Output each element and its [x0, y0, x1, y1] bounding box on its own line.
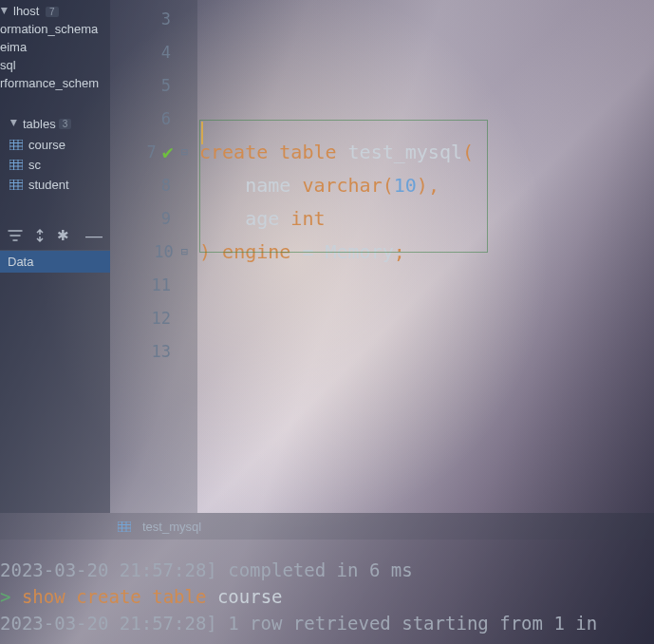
svg-rect-0 — [9, 140, 23, 150]
db-label: rformance_schem — [0, 76, 99, 90]
check-icon: ✔ — [162, 141, 174, 163]
svg-rect-5 — [9, 160, 23, 170]
editor-line — [197, 268, 654, 301]
gutter-line-active: 7✔⊟ — [110, 135, 197, 168]
editor-line — [197, 301, 654, 334]
gutter-line: 10⊟ — [110, 235, 197, 268]
editor-tab-test-mysql[interactable]: test_mysql — [118, 520, 201, 534]
table-item-student[interactable]: student — [0, 175, 110, 195]
db-item-heima[interactable]: eima — [0, 38, 110, 56]
table-icon — [118, 521, 131, 532]
console-line: > show create table course — [0, 583, 652, 610]
editor-line: ) engine = Memory; — [197, 235, 654, 268]
tables-count: 3 — [59, 119, 72, 129]
minimize-icon[interactable]: — — [85, 231, 103, 240]
gutter-line: 4 — [110, 35, 197, 68]
db-item-performance-schema[interactable]: rformance_schem — [0, 74, 110, 92]
db-label: eima — [0, 40, 27, 54]
svg-rect-15 — [118, 521, 131, 532]
db-item-mysql[interactable]: sql — [0, 56, 110, 74]
data-tab-label: Data — [8, 255, 33, 269]
editor-tab-bar: test_mysql — [0, 513, 654, 540]
table-item-sc[interactable]: sc — [0, 155, 110, 175]
editor-line: age int — [197, 201, 654, 235]
gutter-line: 11 — [110, 268, 197, 301]
sql-editor[interactable]: create table test_mysql( name varchar(10… — [197, 0, 654, 513]
db-label: sql — [0, 58, 16, 72]
db-label: lhost — [13, 4, 39, 18]
editor-line — [197, 102, 654, 135]
gutter-line: 8 — [110, 168, 197, 201]
console-line: 2023-03-20 21:57:28] 1 row retrieved sta… — [0, 610, 652, 636]
chevron-down-icon: ▶ — [0, 8, 9, 17]
svg-rect-10 — [9, 180, 23, 190]
chevron-down-icon: ▶ — [9, 120, 19, 129]
database-sidebar: ▶lhost 7 ormation_schema eima sql rforma… — [0, 0, 110, 513]
editor-line: name varchar(10), — [197, 168, 654, 201]
editor-line: create table test_mysql( — [197, 135, 654, 168]
console-line: 2023-03-20 21:57:28] completed in 6 ms — [0, 557, 652, 583]
data-panel-tab[interactable]: Data — [0, 251, 110, 273]
gutter-line: 9 — [110, 201, 197, 235]
editor-line — [197, 2, 654, 35]
table-name: student — [28, 178, 69, 192]
editor-line — [197, 68, 654, 102]
fold-icon[interactable]: ⊟ — [181, 145, 188, 159]
tab-label: test_mysql — [142, 520, 201, 534]
gutter-line: 12 — [110, 301, 197, 334]
table-item-course[interactable]: course — [0, 135, 110, 155]
editor-line — [197, 35, 654, 68]
filter-icon[interactable] — [8, 228, 23, 243]
tables-folder[interactable]: ▶ tables 3 — [0, 113, 110, 135]
table-icon — [9, 160, 23, 170]
gutter-line: 3 — [110, 2, 197, 35]
gutter-line: 13 — [110, 334, 197, 368]
gutter-line: 5 — [110, 68, 197, 102]
collapse-icon[interactable] — [32, 228, 47, 243]
db-item-information-schema[interactable]: ormation_schema — [0, 20, 110, 38]
editor-gutter: 3 4 5 6 7✔⊟ 8 9 10⊟ 11 12 13 — [110, 0, 197, 513]
db-count: 7 — [46, 7, 59, 17]
table-icon — [9, 180, 23, 190]
table-name: sc — [28, 158, 41, 172]
sidebar-toolbar: ✱ — — [0, 221, 110, 251]
gutter-line: 6 — [110, 102, 197, 135]
gear-icon[interactable]: ✱ — [57, 227, 69, 244]
table-name: course — [28, 138, 65, 152]
editor-line — [197, 334, 654, 368]
console-output[interactable]: 2023-03-20 21:57:28] completed in 6 ms >… — [0, 540, 654, 644]
fold-end-icon[interactable]: ⊟ — [181, 245, 188, 258]
tables-label: tables — [23, 117, 56, 131]
table-icon — [9, 140, 23, 150]
db-item-localhost[interactable]: ▶lhost 7 — [0, 2, 110, 20]
db-label: ormation_schema — [0, 22, 98, 36]
